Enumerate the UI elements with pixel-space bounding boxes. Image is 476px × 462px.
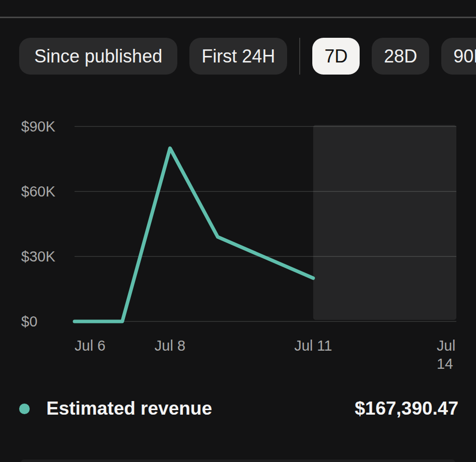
x-axis-label: Jul 11 bbox=[294, 337, 332, 355]
series-dot-icon bbox=[19, 404, 30, 414]
next-card-top-edge bbox=[21, 459, 455, 462]
legend-label: Estimated revenue bbox=[46, 398, 212, 419]
x-axis-label: Jul 14 bbox=[437, 337, 456, 355]
revenue-chart[interactable]: $90K$60K$30K$0 Jul 6Jul 8Jul 11Jul 14 bbox=[0, 0, 476, 462]
legend-row[interactable]: Estimated revenue $167,390.47 bbox=[19, 397, 458, 421]
y-axis-label: $0 bbox=[21, 313, 37, 330]
future-region bbox=[313, 125, 456, 320]
x-axis-label: Jul 6 bbox=[75, 337, 105, 355]
y-axis-label: $60K bbox=[21, 183, 55, 200]
x-axis-label: Jul 8 bbox=[155, 337, 185, 355]
y-axis-label: $30K bbox=[21, 248, 55, 265]
revenue-value: $167,390.47 bbox=[355, 398, 458, 419]
chart-canvas bbox=[0, 0, 476, 462]
revenue-line bbox=[75, 148, 313, 321]
y-axis-label: $90K bbox=[21, 118, 55, 135]
